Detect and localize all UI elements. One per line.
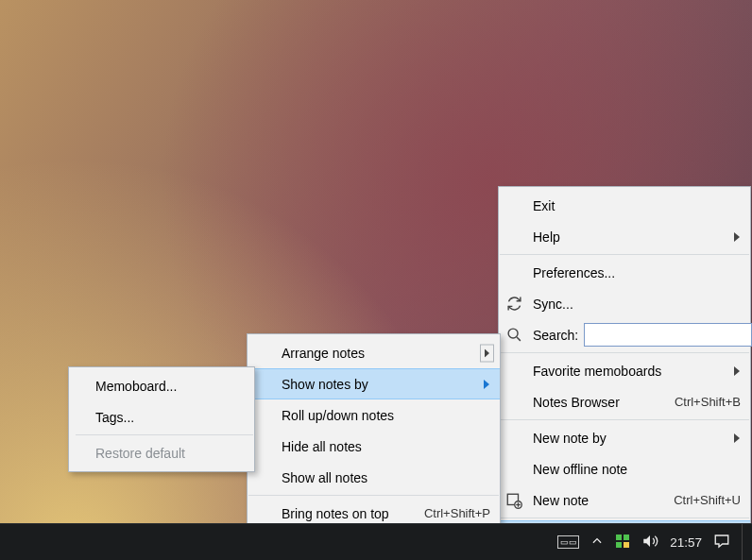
taskbar: ▭▭ 21:57 <box>0 523 752 560</box>
search-icon <box>499 319 529 350</box>
menu-label: Help <box>533 229 741 245</box>
menu-item-favorite-memoboards[interactable]: Favorite memoboards <box>499 355 750 386</box>
menu-label: New note by <box>533 431 741 446</box>
menu-label: Bring notes on top <box>282 506 402 521</box>
menu-label: Show all notes <box>282 470 490 485</box>
menu-item-search: Search: <box>499 319 750 350</box>
menu-label: Notes Browser <box>533 395 652 410</box>
menu-shortcut: Ctrl+Shift+B <box>675 395 741 409</box>
tray-overflow-icon[interactable] <box>590 535 604 551</box>
menu-item-notes-browser[interactable]: Notes Browser Ctrl+Shift+B <box>499 386 750 417</box>
volume-icon[interactable] <box>641 533 658 552</box>
menu-label: New note <box>533 493 651 508</box>
menu-item-new-note[interactable]: New note Ctrl+Shift+U <box>499 484 750 516</box>
show-desktop-button[interactable] <box>742 524 748 560</box>
menu-item-hide-all-notes[interactable]: Hide all notes <box>248 431 500 462</box>
menu-separator <box>500 419 749 420</box>
menu-item-new-offline-note[interactable]: New offline note <box>499 453 750 484</box>
svg-point-0 <box>508 329 518 338</box>
svg-line-1 <box>516 337 520 341</box>
menu-separator <box>76 434 253 435</box>
taskbar-tray: ▭▭ 21:57 <box>552 524 752 560</box>
chevron-right-icon <box>733 366 741 376</box>
svg-rect-8 <box>616 542 622 548</box>
menu-separator <box>500 518 749 518</box>
menu-label: Hide all notes <box>282 439 490 454</box>
menu-item-new-note-by[interactable]: New note by <box>499 422 750 453</box>
menu-label: Tags... <box>95 410 245 425</box>
menu-shortcut: Ctrl+Shift+P <box>424 506 490 520</box>
tray-app-icon[interactable] <box>615 534 630 552</box>
svg-marker-10 <box>643 535 650 547</box>
menu-label: Show notes by <box>282 377 490 392</box>
svg-rect-7 <box>624 535 629 540</box>
menu-item-preferences[interactable]: Preferences... <box>499 257 750 288</box>
menu-item-roll-notes[interactable]: Roll up/down notes <box>248 399 500 431</box>
menu-item-arrange-notes[interactable]: Arrange notes <box>248 337 500 368</box>
svg-rect-6 <box>616 535 622 540</box>
menu-label: Roll up/down notes <box>282 408 490 423</box>
desktop-notes-submenu: Arrange notes Show notes by Roll up/down… <box>247 333 501 533</box>
menu-item-restore-default: Restore default <box>75 437 254 468</box>
new-note-icon <box>499 484 529 516</box>
sync-icon <box>499 288 529 319</box>
input-indicator-icon[interactable]: ▭▭ <box>557 535 579 549</box>
menu-label: New offline note <box>533 462 741 477</box>
menu-item-help[interactable]: Help <box>499 221 750 252</box>
menu-label: Preferences... <box>533 265 741 280</box>
menu-shortcut: Ctrl+Shift+U <box>674 493 741 507</box>
action-center-icon[interactable] <box>713 533 730 552</box>
menu-separator <box>248 495 499 496</box>
menu-label: Memoboard... <box>95 379 245 394</box>
menu-item-memoboard[interactable]: Memoboard... <box>75 370 254 401</box>
menu-item-exit[interactable]: Exit <box>499 190 750 221</box>
menu-separator <box>500 254 749 255</box>
taskbar-clock[interactable]: 21:57 <box>670 535 702 550</box>
show-notes-by-submenu: Memoboard... Tags... Restore default <box>68 366 255 472</box>
menu-item-show-all-notes[interactable]: Show all notes <box>248 462 500 493</box>
main-context-menu: Exit Help Preferences... Sync... Search: <box>498 186 751 555</box>
search-input[interactable] <box>584 323 752 347</box>
menu-label: Restore default <box>95 446 245 461</box>
search-label: Search: <box>533 328 578 343</box>
menu-separator <box>500 352 749 353</box>
menu-label: Arrange notes <box>282 346 490 361</box>
chevron-right-icon <box>483 380 490 389</box>
menu-label: Exit <box>533 198 741 213</box>
menu-item-tags[interactable]: Tags... <box>75 401 254 433</box>
menu-item-sync[interactable]: Sync... <box>499 288 750 319</box>
menu-label: Favorite memoboards <box>533 364 741 379</box>
chevron-right-icon <box>733 433 741 443</box>
chevron-right-icon <box>480 344 494 362</box>
svg-rect-9 <box>624 542 629 548</box>
menu-item-show-notes-by[interactable]: Show notes by <box>248 368 500 399</box>
chevron-right-icon <box>733 232 741 242</box>
menu-label: Sync... <box>533 297 741 312</box>
